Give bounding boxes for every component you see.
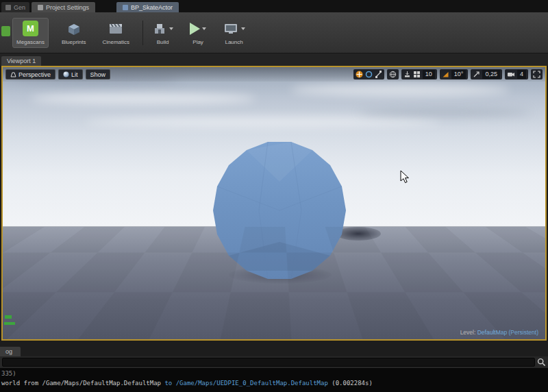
tab-project-settings[interactable]: Project Settings: [32, 2, 95, 12]
scale-tool-icon[interactable]: [375, 71, 382, 78]
tab-bp-skateactor-label: BP_SkateActor: [131, 4, 173, 11]
scale-snap-icon[interactable]: [473, 71, 480, 78]
world-globe-icon[interactable]: [389, 71, 397, 78]
cinematics-icon: [108, 21, 124, 37]
level-value-link[interactable]: DefaultMap (Persistent): [477, 329, 538, 336]
tab-project-settings-label: Project Settings: [46, 4, 89, 11]
map-path-link[interactable]: to /Game/Maps/UEDPIE_0_DefaultMap.Defaul…: [164, 380, 327, 387]
viewport-toolbar-right: 10 10° 0,25 4: [353, 69, 543, 79]
search-icon[interactable]: [537, 358, 546, 367]
perspective-label: Perspective: [18, 71, 51, 78]
grid-snap-group: 10: [401, 69, 437, 79]
editor-tab-bar: Gen Project Settings BP_SkateActor: [0, 0, 548, 12]
blueprints-icon: [66, 21, 82, 37]
megascans-label: Megascans: [16, 39, 45, 45]
blueprint-tab-icon: [123, 5, 128, 10]
show-label: Show: [90, 71, 106, 78]
log-console[interactable]: 335) world from /Game/Maps/DefaultMap.De…: [0, 368, 548, 392]
log-search-row: [0, 356, 548, 368]
coordinate-system-group: [387, 69, 399, 79]
tab-gen-icon: [5, 5, 11, 10]
output-log-tab[interactable]: og: [0, 347, 21, 356]
scale-snap-group: 0,25: [471, 69, 502, 79]
tab-gen[interactable]: Gen: [1, 2, 29, 12]
blueprints-button[interactable]: Blueprints: [58, 19, 90, 47]
show-button[interactable]: Show: [86, 69, 111, 79]
rotation-snap-icon[interactable]: [442, 71, 449, 78]
level-indicator: Level: DefaultMap (Persistent): [460, 329, 538, 336]
perspective-button[interactable]: Perspective: [5, 69, 55, 79]
scale-snap-value[interactable]: 0,25: [482, 70, 500, 79]
build-icon: [152, 21, 167, 36]
tab-bp-skateactor[interactable]: BP_SkateActor: [116, 2, 179, 12]
viewport-toolbar: Perspective Lit Show: [3, 67, 545, 82]
blueprints-label: Blueprints: [62, 39, 86, 45]
viewport-tab-strip: Viewport 1: [0, 53, 548, 66]
cloud: [85, 117, 441, 127]
maximize-icon: [533, 71, 540, 78]
build-label: Build: [157, 39, 169, 45]
main-toolbar: M Megascans Blueprints Cinemat: [0, 12, 548, 53]
toolbar-separator: [142, 21, 143, 45]
grid-snap-value[interactable]: 10: [423, 70, 435, 79]
camera-speed-icon[interactable]: [507, 71, 515, 78]
level-label: Level:: [460, 329, 476, 336]
cloud: [290, 84, 510, 96]
viewport-tab[interactable]: Viewport 1: [1, 56, 41, 66]
grid-snap-icon[interactable]: [413, 71, 421, 78]
log-line-partial: 335): [1, 369, 548, 378]
stat-marker: [4, 322, 15, 325]
surface-snap-icon[interactable]: [403, 71, 411, 78]
launch-label: Launch: [225, 39, 242, 45]
tab-gen-label: Gen: [14, 4, 25, 11]
play-dropdown-caret[interactable]: [202, 27, 206, 30]
cloud: [359, 108, 530, 117]
rotate-tool-icon[interactable]: [365, 71, 373, 78]
partial-green-icon[interactable]: [1, 26, 10, 36]
cinematics-label: Cinematics: [103, 39, 130, 45]
stat-marker: [5, 315, 12, 319]
camera-speed-group: 4: [505, 69, 528, 79]
play-button[interactable]: Play: [186, 19, 210, 47]
launch-icon: [223, 21, 239, 37]
move-tool-icon[interactable]: [356, 71, 363, 78]
lit-sphere-icon: [63, 71, 69, 77]
perspective-icon: [10, 71, 16, 77]
camera-speed-value[interactable]: 4: [517, 70, 526, 79]
cinematics-button[interactable]: Cinematics: [99, 19, 134, 47]
play-label: Play: [192, 39, 203, 45]
rotation-snap-value[interactable]: 10°: [451, 70, 466, 79]
build-button[interactable]: Build: [149, 19, 177, 47]
rotation-snap-group: 10°: [440, 69, 469, 79]
lit-button[interactable]: Lit: [58, 69, 83, 79]
play-icon: [190, 23, 200, 35]
transform-tools-group: [353, 69, 384, 79]
cloud: [30, 93, 256, 104]
mouse-cursor: [400, 170, 410, 184]
viewport-toolbar-left: Perspective Lit Show: [5, 69, 110, 79]
lit-label: Lit: [71, 71, 78, 78]
log-search-input[interactable]: [2, 358, 535, 367]
build-dropdown-caret[interactable]: [169, 27, 173, 30]
megascans-button[interactable]: M Megascans: [12, 18, 49, 48]
launch-dropdown-caret[interactable]: [241, 27, 245, 30]
unreal-editor-window: Gen Project Settings BP_SkateActor M Meg…: [0, 0, 548, 392]
log-line-world: world from /Game/Maps/DefaultMap.Default…: [1, 378, 548, 388]
viewport[interactable]: Perspective Lit Show: [1, 66, 547, 341]
project-settings-icon: [38, 5, 43, 10]
maximize-viewport-button[interactable]: [531, 69, 543, 79]
launch-button[interactable]: Launch: [219, 19, 249, 47]
blue-sphere-actor[interactable]: [210, 139, 349, 282]
megascans-icon: M: [23, 21, 38, 36]
